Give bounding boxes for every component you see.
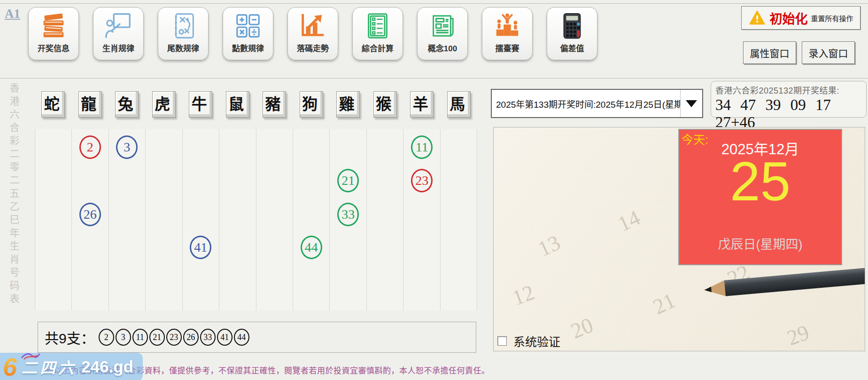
today-card: 今天: 2025年12月 25 戊辰日(星期四) (678, 129, 842, 265)
presenter-icon (104, 11, 133, 40)
toolbar-button-gainian[interactable]: 概念100 (417, 7, 468, 60)
result-panel: 香港六合彩2025132期开奖结果: 34 47 39 09 17 27+46 (711, 81, 867, 118)
toolbar-button-luoma[interactable]: 落碼走勢 (287, 7, 338, 60)
toolbar-button-dianshu[interactable]: 點數規律 (223, 7, 273, 60)
calendar-faint-number: 13 (534, 230, 564, 261)
top-divider (0, 3, 868, 4)
toolbar-button-weishu[interactable]: 尾数规律 (158, 7, 209, 60)
podium-icon (493, 11, 522, 40)
system-verify-row: 系统验证 (497, 332, 560, 349)
zodiac-key-3[interactable]: 兔 (115, 91, 139, 118)
window-badge: A1 (5, 7, 20, 21)
toolbar: 开奖信息生肖规律尾数规律點數規律落碼走勢綜合計算概念100擂臺賽偏差值 (28, 7, 597, 60)
number-mark-44: 44 (301, 236, 322, 259)
watermark: 6 二四六 246.gd (0, 353, 143, 380)
summary-circle-23: 23 (166, 329, 182, 346)
summary-circle-26: 26 (183, 329, 199, 346)
calculator-icon (558, 11, 587, 40)
zodiac-key-12[interactable]: 馬 (447, 91, 471, 118)
number-mark-26: 26 (79, 203, 101, 226)
warning-icon (748, 9, 766, 26)
zodiac-key-6[interactable]: 鼠 (226, 91, 249, 118)
init-button-label: 初始化 (769, 9, 807, 27)
left-vertical-title: 香港六合彩二零二五乙巳年生肖号码表 (7, 83, 21, 307)
dropdown-arrow-button[interactable] (680, 90, 702, 117)
period-dropdown[interactable]: 2025年第133期开奖时间:2025年12月25日(星期四 (491, 89, 703, 118)
number-mark-11: 11 (411, 135, 433, 159)
init-button[interactable]: 初始化 重置所有操作 (741, 6, 860, 30)
summary-circle-11: 11 (132, 329, 148, 346)
calendar-day: 25 (679, 154, 841, 209)
calendar-faint-number: 14 (614, 205, 644, 237)
watermark-logo: 6 (3, 354, 17, 380)
summary-circle-2: 2 (99, 329, 114, 346)
init-button-subtext: 重置所有操作 (811, 13, 853, 23)
toolbar-button-zonghe[interactable]: 綜合計算 (352, 7, 403, 60)
calendar-faint-number: 12 (509, 280, 537, 311)
chart-icon (298, 11, 327, 40)
chevron-down-icon (686, 100, 697, 107)
strategy-icon (169, 11, 198, 40)
zodiac-key-11[interactable]: 羊 (410, 91, 434, 118)
zodiac-key-8[interactable]: 狗 (300, 91, 323, 118)
summary-circle-44: 44 (234, 329, 249, 346)
summary-box: 共9支： 2311212326334144 (38, 322, 476, 353)
newspaper-icon (428, 11, 457, 40)
toolbar-button-label: 生肖规律 (102, 42, 134, 54)
toolbar-button-kaijiang[interactable]: 开奖信息 (28, 7, 79, 60)
toolbar-divider (0, 78, 868, 79)
toolbar-button-label: 开奖信息 (38, 42, 70, 54)
toolbar-button-label: 點數規律 (232, 42, 264, 54)
books-icon (39, 11, 68, 40)
calendar-panel: 13141220212229 今天: 2025年12月 25 戊辰日(星期四) … (493, 127, 865, 351)
system-verify-label: 系统验证 (513, 332, 560, 349)
toolbar-button-shengxiao[interactable]: 生肖规律 (93, 7, 144, 60)
properties-window-button[interactable]: 属性窗口 (743, 41, 796, 64)
calendar-faint-number: 29 (783, 320, 812, 351)
zodiac-key-4[interactable]: 虎 (152, 91, 176, 118)
window-buttons: 属性窗口 录入窗口 (743, 41, 855, 64)
summary-numbers: 2311212326334144 (99, 329, 251, 346)
summary-circle-21: 21 (149, 329, 165, 346)
entry-window-button[interactable]: 录入窗口 (802, 41, 855, 64)
summary-circle-41: 41 (217, 329, 232, 346)
toolbar-button-label: 擂臺賽 (496, 42, 519, 54)
toolbar-button-label: 尾数规律 (167, 42, 199, 54)
toolbar-button-label: 落碼走勢 (297, 42, 329, 54)
math-icon (233, 11, 263, 40)
number-mark-41: 41 (190, 236, 211, 259)
number-mark-23: 23 (411, 169, 433, 192)
grid-marks-layer: 2311212326334144 (35, 129, 477, 310)
calendar-ganzhi: 戊辰日(星期四) (679, 234, 841, 253)
number-mark-2: 2 (79, 135, 101, 159)
zodiac-key-7[interactable]: 豬 (263, 91, 286, 118)
number-mark-33: 33 (337, 203, 359, 226)
number-mark-21: 21 (337, 169, 359, 192)
toolbar-button-label: 綜合計算 (362, 42, 394, 54)
number-mark-3: 3 (116, 135, 138, 159)
watermark-domain: 246.gd (81, 357, 133, 376)
zodiac-key-5[interactable]: 牛 (189, 91, 212, 118)
summary-circle-33: 33 (200, 329, 216, 346)
period-dropdown-value: 2025年第133期开奖时间:2025年12月25日(星期四 (492, 97, 680, 110)
app-window: A1 开奖信息生肖规律尾数规律點數規律落碼走勢綜合計算概念100擂臺賽偏差值 初… (0, 0, 868, 380)
zodiac-key-10[interactable]: 猴 (373, 91, 397, 118)
toolbar-button-leitai[interactable]: 擂臺賽 (482, 7, 533, 60)
calendar-faint-number: 20 (567, 312, 597, 343)
result-title: 香港六合彩2025132期开奖结果: (715, 84, 866, 96)
toolbar-button-label: 偏差值 (560, 42, 584, 54)
zodiac-key-1[interactable]: 蛇 (41, 91, 65, 118)
zodiac-key-2[interactable]: 龍 (78, 91, 102, 118)
zodiac-key-9[interactable]: 雞 (336, 91, 360, 118)
summary-label: 共9支： (45, 327, 95, 348)
toolbar-button-piancha[interactable]: 偏差值 (547, 7, 597, 60)
toolbar-button-label: 概念100 (428, 42, 457, 54)
list-icon (363, 11, 392, 40)
ribbon-icon (21, 352, 40, 363)
summary-circle-3: 3 (116, 329, 131, 346)
result-numbers: 34 47 39 09 17 27+46 (715, 96, 866, 131)
system-verify-checkbox[interactable] (497, 336, 507, 346)
zodiac-row: 蛇龍兔虎牛鼠豬狗雞猴羊馬 (35, 91, 477, 118)
calendar-faint-number: 21 (649, 288, 679, 319)
